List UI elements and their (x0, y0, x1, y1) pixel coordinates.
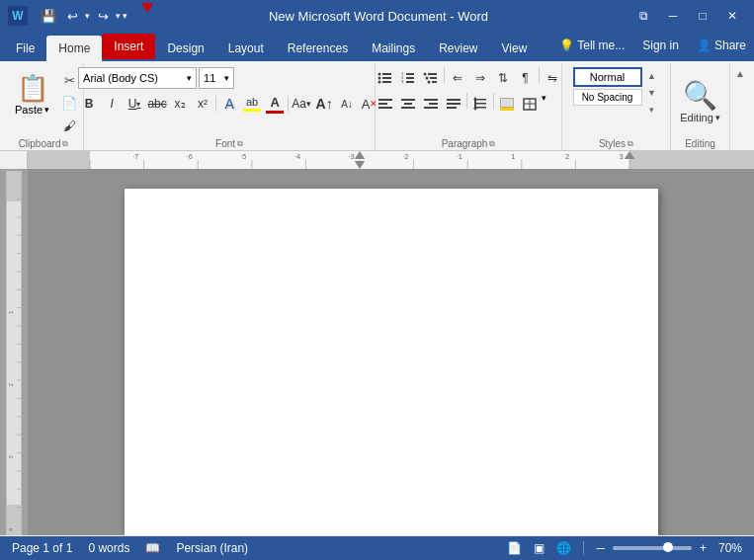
page-info-button[interactable]: Page 1 of 1 (8, 539, 76, 557)
styles-scroll-down[interactable]: ▼ (644, 84, 660, 101)
align-left-button[interactable] (375, 93, 396, 115)
strikethrough-button[interactable]: abc (146, 93, 168, 115)
borders-dropdown[interactable]: ▾ (542, 93, 546, 115)
zoom-slider[interactable] (613, 546, 692, 550)
bold-button[interactable]: B (78, 93, 100, 115)
show-marks-button[interactable]: ¶ (515, 67, 537, 89)
close-window-button[interactable]: ✕ (718, 5, 746, 27)
styles-expand[interactable]: ▾ (644, 102, 660, 119)
zoom-thumb[interactable] (663, 542, 673, 552)
zoom-level-button[interactable]: 70% (714, 539, 746, 557)
style-normal-button[interactable]: Normal (573, 67, 642, 87)
tab-layout[interactable]: Layout (216, 36, 276, 61)
ribbon-group-editing: 🔍 Editing ▾ Editing (671, 63, 730, 150)
font-size-dropdown[interactable]: ▾ (224, 73, 229, 83)
numbering-button[interactable]: 1.2.3. (397, 67, 419, 89)
tab-design[interactable]: Design (155, 36, 215, 61)
italic-button[interactable]: I (101, 93, 123, 115)
svg-rect-25 (429, 103, 438, 105)
document-page[interactable] (125, 189, 658, 535)
shading-button[interactable] (496, 93, 518, 115)
change-case-button[interactable]: Aa▾ (291, 93, 312, 115)
font-family-selector[interactable]: Arial (Body CS) ▾ (78, 67, 197, 89)
svg-point-14 (425, 77, 428, 80)
svg-text:1: 1 (8, 311, 14, 314)
svg-text:·6: ·6 (187, 153, 193, 161)
subscript-button[interactable]: x₂ (169, 93, 191, 115)
undo-button[interactable]: ↩ (61, 5, 83, 27)
underline-button[interactable]: U▾ (124, 93, 145, 115)
tab-view[interactable]: View (490, 36, 540, 61)
print-layout-button[interactable]: ▣ (530, 539, 548, 557)
styles-scroll-up[interactable]: ▲ (644, 67, 660, 84)
title-bar: W 💾 ↩ ▾ ↪ ▾ ▾ New Microsoft Word Documen… (0, 0, 754, 32)
font-size-selector[interactable]: 11 ▾ (199, 67, 234, 89)
word-count-button[interactable]: 0 words (84, 539, 133, 557)
undo-dropdown[interactable]: ▾ (85, 11, 90, 21)
svg-text:3: 3 (8, 455, 14, 458)
tab-home[interactable]: Home (46, 36, 102, 61)
save-button[interactable]: 💾 (38, 5, 59, 27)
zoom-in-button[interactable]: + (696, 539, 711, 557)
svg-text:·2: ·2 (402, 153, 408, 161)
ribbon-group-font: Arial (Body CS) ▾ 11 ▾ B I U▾ abc (84, 63, 376, 150)
decrease-indent-button[interactable]: ⇐ (447, 67, 468, 89)
superscript-button[interactable]: x² (192, 93, 213, 115)
font-size-down-button[interactable]: A↓ (336, 93, 358, 115)
tab-review[interactable]: Review (427, 36, 489, 61)
align-justify-button[interactable] (443, 93, 464, 115)
sort-button[interactable]: ⇅ (492, 67, 514, 89)
read-mode-button[interactable]: 📄 (503, 539, 526, 557)
restore-window-button[interactable]: ⧉ (629, 5, 657, 27)
svg-rect-24 (424, 99, 438, 101)
tab-references[interactable]: References (276, 36, 360, 61)
text-effects-button[interactable]: A (218, 93, 240, 115)
paste-button[interactable]: 📋 Paste ▾ (7, 69, 57, 120)
minimize-window-button[interactable]: ─ (659, 5, 687, 27)
paragraph-expand-icon[interactable]: ⧉ (489, 139, 495, 149)
align-center-button[interactable] (397, 93, 419, 115)
zoom-level-text: 70% (718, 541, 742, 555)
bullets-button[interactable] (375, 67, 396, 89)
align-right-button[interactable] (420, 93, 442, 115)
redo-button[interactable]: ↪ (92, 5, 114, 27)
borders-button[interactable] (519, 93, 541, 115)
editing-dropdown[interactable]: ▾ (715, 113, 720, 122)
ltr-button[interactable]: ⇋ (542, 67, 563, 89)
sign-in-button[interactable]: Sign in (634, 33, 687, 58)
svg-rect-30 (476, 99, 486, 101)
text-highlight-button[interactable]: ab (241, 93, 263, 115)
svg-rect-19 (378, 103, 387, 105)
font-size-up-button[interactable]: A↑ (313, 93, 335, 115)
zoom-out-icon: ─ (596, 541, 605, 555)
tab-insert[interactable]: Insert (102, 34, 155, 59)
web-layout-button[interactable]: 🌐 (552, 539, 575, 557)
proofing-button[interactable]: 📖 (141, 539, 164, 557)
language-button[interactable]: Persian (Iran) (172, 539, 252, 557)
ribbon-collapse-button[interactable]: ▲ (732, 65, 748, 81)
increase-indent-button[interactable]: ⇒ (469, 67, 491, 89)
tab-file[interactable]: File (4, 36, 46, 61)
tell-me-button[interactable]: 💡 Tell me... (551, 33, 632, 58)
font-expand-icon[interactable]: ⧉ (237, 139, 243, 149)
svg-point-4 (377, 81, 380, 84)
page-wrapper (28, 169, 754, 535)
read-mode-icon: 📄 (507, 541, 522, 555)
zoom-out-button[interactable]: ─ (592, 539, 609, 557)
share-button[interactable]: 👤 Share (689, 33, 754, 58)
styles-expand-icon[interactable]: ⧉ (628, 139, 633, 149)
svg-rect-23 (401, 107, 415, 109)
style-no-spacing-button[interactable]: No Spacing (573, 89, 642, 106)
maximize-window-button[interactable]: □ (689, 5, 716, 27)
svg-text:3: 3 (620, 153, 624, 161)
tab-mailings[interactable]: Mailings (360, 36, 427, 61)
clipboard-expand-icon[interactable]: ⧉ (62, 139, 68, 149)
font-family-dropdown[interactable]: ▾ (187, 73, 192, 83)
svg-rect-32 (476, 107, 486, 109)
multilevel-list-button[interactable] (420, 67, 442, 89)
redo-dropdown[interactable]: ▾ (116, 11, 121, 21)
font-color-button[interactable]: A (264, 93, 286, 115)
line-spacing-button[interactable] (469, 93, 491, 115)
svg-text:1: 1 (511, 153, 515, 161)
paste-dropdown-arrow[interactable]: ▾ (44, 105, 49, 115)
